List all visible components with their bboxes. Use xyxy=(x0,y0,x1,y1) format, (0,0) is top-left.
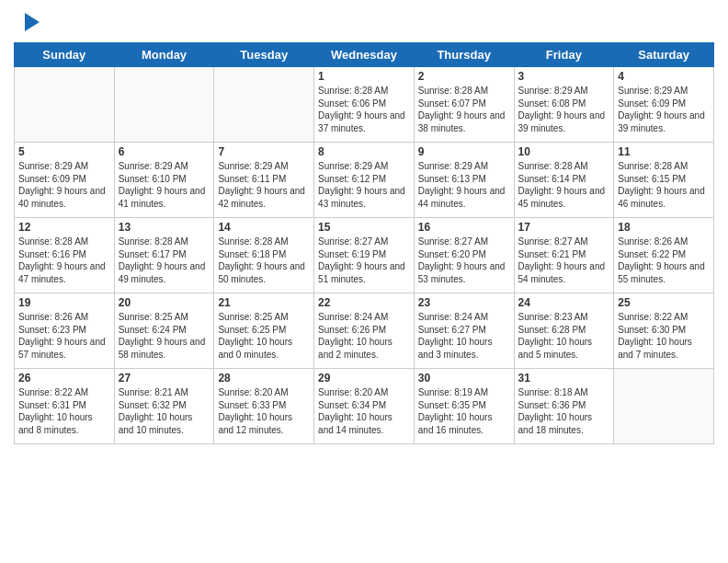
calendar-cell: 11Sunrise: 8:28 AM Sunset: 6:15 PM Dayli… xyxy=(614,143,714,218)
day-number: 22 xyxy=(318,296,410,309)
day-number: 3 xyxy=(518,70,610,83)
day-info: Sunrise: 8:29 AM Sunset: 6:13 PM Dayligh… xyxy=(418,160,510,210)
day-header-tuesday: Tuesday xyxy=(214,43,314,67)
day-info: Sunrise: 8:20 AM Sunset: 6:33 PM Dayligh… xyxy=(218,386,310,436)
day-number: 9 xyxy=(418,145,510,158)
calendar-cell: 13Sunrise: 8:28 AM Sunset: 6:17 PM Dayli… xyxy=(114,218,214,293)
logo-icon xyxy=(16,9,41,35)
day-number: 20 xyxy=(119,296,210,309)
day-info: Sunrise: 8:28 AM Sunset: 6:07 PM Dayligh… xyxy=(418,85,510,134)
day-number: 21 xyxy=(218,296,310,309)
calendar-cell: 31Sunrise: 8:18 AM Sunset: 6:36 PM Dayli… xyxy=(514,369,614,444)
calendar-week-2: 12Sunrise: 8:28 AM Sunset: 6:16 PM Dayli… xyxy=(15,218,714,293)
calendar-cell: 25Sunrise: 8:22 AM Sunset: 6:30 PM Dayli… xyxy=(614,293,714,369)
day-info: Sunrise: 8:28 AM Sunset: 6:16 PM Dayligh… xyxy=(18,236,110,285)
day-info: Sunrise: 8:29 AM Sunset: 6:11 PM Dayligh… xyxy=(218,160,310,210)
day-number: 13 xyxy=(119,221,210,234)
day-number: 6 xyxy=(119,145,210,158)
calendar-cell: 2Sunrise: 8:28 AM Sunset: 6:07 PM Daylig… xyxy=(414,67,514,143)
day-info: Sunrise: 8:21 AM Sunset: 6:32 PM Dayligh… xyxy=(119,386,210,436)
day-header-friday: Friday xyxy=(514,43,614,67)
day-number: 31 xyxy=(518,372,610,385)
day-info: Sunrise: 8:29 AM Sunset: 6:08 PM Dayligh… xyxy=(518,85,610,134)
calendar-cell: 14Sunrise: 8:28 AM Sunset: 6:18 PM Dayli… xyxy=(214,218,314,293)
calendar-cell: 29Sunrise: 8:20 AM Sunset: 6:34 PM Dayli… xyxy=(314,369,415,444)
day-info: Sunrise: 8:28 AM Sunset: 6:15 PM Dayligh… xyxy=(618,160,710,210)
calendar-cell xyxy=(114,67,214,143)
day-number: 11 xyxy=(618,145,710,158)
day-number: 16 xyxy=(418,221,510,234)
day-info: Sunrise: 8:26 AM Sunset: 6:23 PM Dayligh… xyxy=(18,311,110,361)
day-number: 18 xyxy=(618,221,710,234)
day-number: 19 xyxy=(18,296,110,309)
day-info: Sunrise: 8:29 AM Sunset: 6:09 PM Dayligh… xyxy=(18,160,110,210)
calendar-week-0: 1Sunrise: 8:28 AM Sunset: 6:06 PM Daylig… xyxy=(15,67,714,143)
day-header-thursday: Thursday xyxy=(414,43,514,67)
day-info: Sunrise: 8:29 AM Sunset: 6:09 PM Dayligh… xyxy=(618,85,710,134)
day-number: 25 xyxy=(618,296,710,309)
day-number: 7 xyxy=(218,145,310,158)
calendar-cell: 28Sunrise: 8:20 AM Sunset: 6:33 PM Dayli… xyxy=(214,369,314,444)
day-number: 24 xyxy=(518,296,610,309)
day-info: Sunrise: 8:18 AM Sunset: 6:36 PM Dayligh… xyxy=(518,386,610,436)
calendar-cell: 8Sunrise: 8:29 AM Sunset: 6:12 PM Daylig… xyxy=(314,143,415,218)
day-number: 27 xyxy=(119,372,210,385)
day-info: Sunrise: 8:20 AM Sunset: 6:34 PM Dayligh… xyxy=(318,386,410,436)
day-info: Sunrise: 8:28 AM Sunset: 6:17 PM Dayligh… xyxy=(119,236,210,285)
calendar-cell: 21Sunrise: 8:25 AM Sunset: 6:25 PM Dayli… xyxy=(214,293,314,369)
day-number: 14 xyxy=(218,221,310,234)
calendar-cell: 20Sunrise: 8:25 AM Sunset: 6:24 PM Dayli… xyxy=(114,293,214,369)
calendar-week-1: 5Sunrise: 8:29 AM Sunset: 6:09 PM Daylig… xyxy=(15,143,714,218)
day-header-monday: Monday xyxy=(114,43,214,67)
calendar-cell: 27Sunrise: 8:21 AM Sunset: 6:32 PM Dayli… xyxy=(114,369,214,444)
calendar-week-4: 26Sunrise: 8:22 AM Sunset: 6:31 PM Dayli… xyxy=(15,369,714,444)
calendar-cell xyxy=(15,67,115,143)
day-number: 4 xyxy=(618,70,710,83)
calendar-header-row: SundayMondayTuesdayWednesdayThursdayFrid… xyxy=(15,43,714,67)
day-number: 23 xyxy=(418,296,510,309)
day-info: Sunrise: 8:25 AM Sunset: 6:24 PM Dayligh… xyxy=(119,311,210,361)
day-number: 26 xyxy=(18,372,110,385)
day-info: Sunrise: 8:27 AM Sunset: 6:19 PM Dayligh… xyxy=(318,236,410,285)
day-header-saturday: Saturday xyxy=(614,43,714,67)
calendar-cell: 30Sunrise: 8:19 AM Sunset: 6:35 PM Dayli… xyxy=(414,369,514,444)
calendar-cell: 12Sunrise: 8:28 AM Sunset: 6:16 PM Dayli… xyxy=(15,218,115,293)
calendar-cell: 5Sunrise: 8:29 AM Sunset: 6:09 PM Daylig… xyxy=(15,143,115,218)
day-number: 29 xyxy=(318,372,410,385)
day-info: Sunrise: 8:23 AM Sunset: 6:28 PM Dayligh… xyxy=(518,311,610,361)
day-number: 5 xyxy=(18,145,110,158)
calendar-cell: 17Sunrise: 8:27 AM Sunset: 6:21 PM Dayli… xyxy=(514,218,614,293)
calendar-cell: 23Sunrise: 8:24 AM Sunset: 6:27 PM Dayli… xyxy=(414,293,514,369)
day-info: Sunrise: 8:25 AM Sunset: 6:25 PM Dayligh… xyxy=(218,311,310,361)
calendar-cell xyxy=(214,67,314,143)
day-info: Sunrise: 8:22 AM Sunset: 6:30 PM Dayligh… xyxy=(618,311,710,361)
calendar-cell: 10Sunrise: 8:28 AM Sunset: 6:14 PM Dayli… xyxy=(514,143,614,218)
calendar-cell: 26Sunrise: 8:22 AM Sunset: 6:31 PM Dayli… xyxy=(15,369,115,444)
calendar-cell: 19Sunrise: 8:26 AM Sunset: 6:23 PM Dayli… xyxy=(15,293,115,369)
calendar-cell xyxy=(614,369,714,444)
day-number: 2 xyxy=(418,70,510,83)
day-number: 10 xyxy=(518,145,610,158)
calendar-cell: 7Sunrise: 8:29 AM Sunset: 6:11 PM Daylig… xyxy=(214,143,314,218)
calendar-cell: 4Sunrise: 8:29 AM Sunset: 6:09 PM Daylig… xyxy=(614,67,714,143)
calendar-cell: 1Sunrise: 8:28 AM Sunset: 6:06 PM Daylig… xyxy=(314,67,415,143)
day-number: 8 xyxy=(318,145,410,158)
day-info: Sunrise: 8:28 AM Sunset: 6:18 PM Dayligh… xyxy=(218,236,310,285)
day-info: Sunrise: 8:27 AM Sunset: 6:20 PM Dayligh… xyxy=(418,236,510,285)
page-container: SundayMondayTuesdayWednesdayThursdayFrid… xyxy=(0,0,728,563)
day-header-sunday: Sunday xyxy=(15,43,115,67)
logo xyxy=(14,9,41,35)
page-header xyxy=(14,9,714,35)
calendar-cell: 18Sunrise: 8:26 AM Sunset: 6:22 PM Dayli… xyxy=(614,218,714,293)
calendar-cell: 3Sunrise: 8:29 AM Sunset: 6:08 PM Daylig… xyxy=(514,67,614,143)
calendar-cell: 16Sunrise: 8:27 AM Sunset: 6:20 PM Dayli… xyxy=(414,218,514,293)
day-header-wednesday: Wednesday xyxy=(314,43,415,67)
day-info: Sunrise: 8:27 AM Sunset: 6:21 PM Dayligh… xyxy=(518,236,610,285)
day-number: 17 xyxy=(518,221,610,234)
calendar-cell: 24Sunrise: 8:23 AM Sunset: 6:28 PM Dayli… xyxy=(514,293,614,369)
svg-marker-0 xyxy=(25,13,40,31)
calendar-cell: 22Sunrise: 8:24 AM Sunset: 6:26 PM Dayli… xyxy=(314,293,415,369)
day-info: Sunrise: 8:24 AM Sunset: 6:26 PM Dayligh… xyxy=(318,311,410,361)
day-number: 28 xyxy=(218,372,310,385)
calendar-cell: 15Sunrise: 8:27 AM Sunset: 6:19 PM Dayli… xyxy=(314,218,415,293)
